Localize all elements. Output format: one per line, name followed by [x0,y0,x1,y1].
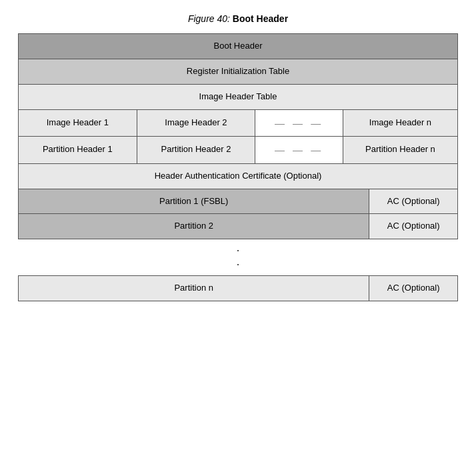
figure-heading: Boot Header [233,13,288,24]
partition-n-ac-cell: AC (Optional) [369,276,457,301]
partition-headers-row: Partition Header 1 Partition Header 2 — … [19,137,457,164]
partition-header-n-label: Partition Header n [365,144,435,155]
partition-2-row: Partition 2 AC (Optional) [19,214,457,239]
partition-n-row: Partition n AC (Optional) [19,276,457,301]
partition-n-ac-label: AC (Optional) [387,283,440,294]
partition-1-cell: Partition 1 (FSBL) [19,189,369,214]
image-header-2-label: Image Header 2 [165,117,227,129]
image-header-dashes: — — — [275,117,323,130]
figure-title: Figure 40: Boot Header [18,13,458,24]
header-auth-cell: Header Authentication Certificate (Optio… [19,164,457,189]
dot-2: · [236,257,239,271]
image-header-dashes-cell: — — — [255,110,343,137]
image-header-1-label: Image Header 1 [47,117,109,129]
partition-n-label: Partition n [174,283,213,294]
image-header-table-label: Image Header Table [199,91,277,103]
figure-label: Figure 40: [188,13,230,24]
header-auth-label: Header Authentication Certificate (Optio… [155,171,322,182]
image-header-table-row: Image Header Table [19,85,457,110]
partition-header-dashes: — — — [275,143,323,157]
boot-header-label: Boot Header [214,41,263,52]
image-header-table-cell: Image Header Table [19,85,457,109]
partition-1-row: Partition 1 (FSBL) AC (Optional) [19,189,457,215]
partition-1-ac-label: AC (Optional) [387,196,440,207]
partition-n-cell: Partition n [19,276,369,301]
boot-header-row: Boot Header [19,34,457,59]
image-header-2-cell: Image Header 2 [137,110,256,137]
page-container: Figure 40: Boot Header Boot Header Regis… [18,13,458,301]
image-header-1-cell: Image Header 1 [19,110,137,137]
partition-header-2-label: Partition Header 2 [161,144,231,155]
image-headers-row: Image Header 1 Image Header 2 — — — Imag… [19,110,457,137]
partition-header-1-cell: Partition Header 1 [19,137,137,163]
header-auth-row: Header Authentication Certificate (Optio… [19,164,457,189]
image-header-n-cell: Image Header n [343,110,457,137]
partition-2-label: Partition 2 [174,221,213,232]
partition-2-ac-label: AC (Optional) [387,221,440,232]
partition-header-dashes-cell: — — — [255,137,343,163]
reg-init-cell: Register Initialization Table [19,59,457,84]
reg-init-row: Register Initialization Table [19,59,457,85]
partition-header-1-label: Partition Header 1 [43,144,113,155]
main-diagram: Boot Header Register Initialization Tabl… [18,33,458,239]
partition-1-label: Partition 1 (FSBL) [159,196,228,207]
dots-separator: · · [18,239,458,275]
partition-2-ac-cell: AC (Optional) [369,214,457,239]
reg-init-label: Register Initialization Table [187,66,289,77]
partition-2-cell: Partition 2 [19,214,369,239]
partition-1-ac-cell: AC (Optional) [369,189,457,214]
image-header-n-label: Image Header n [369,117,431,129]
partition-header-2-cell: Partition Header 2 [137,137,256,163]
bottom-diagram: Partition n AC (Optional) [18,275,458,301]
dot-1: · [236,243,239,257]
boot-header-cell: Boot Header [19,34,457,59]
partition-header-n-cell: Partition Header n [343,137,457,163]
